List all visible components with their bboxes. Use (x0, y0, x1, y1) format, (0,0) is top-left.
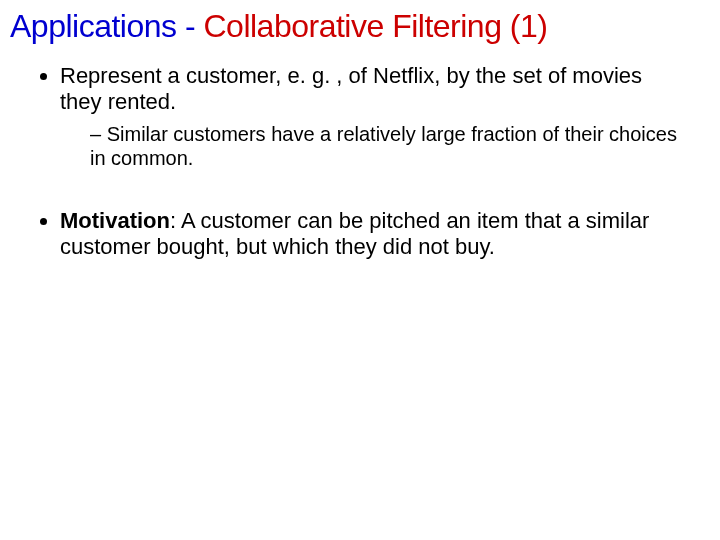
bullet-list-2: Motivation: A customer can be pitched an… (10, 208, 710, 261)
bullet-represent-customer: Represent a customer, e. g. , of Netflix… (60, 63, 710, 170)
slide-title: Applications - Collaborative Filtering (… (10, 8, 710, 45)
title-part-applications: Applications (10, 8, 185, 44)
slide: Applications - Collaborative Filtering (… (0, 0, 720, 540)
sub-bullet-similar-customers: Similar customers have a relatively larg… (90, 122, 680, 170)
title-part-collaborative-filtering: Collaborative Filtering (1) (195, 8, 547, 44)
bullet-text: Represent a customer, e. g. , of Netflix… (60, 63, 642, 114)
bullet-motivation: Motivation: A customer can be pitched an… (60, 208, 710, 261)
sub-bullet-list: Similar customers have a relatively larg… (60, 122, 680, 170)
spacer (10, 180, 710, 208)
motivation-label: Motivation (60, 208, 170, 233)
bullet-list: Represent a customer, e. g. , of Netflix… (10, 63, 710, 170)
title-separator: - (185, 8, 195, 44)
sub-bullet-text: Similar customers have a relatively larg… (90, 123, 677, 169)
